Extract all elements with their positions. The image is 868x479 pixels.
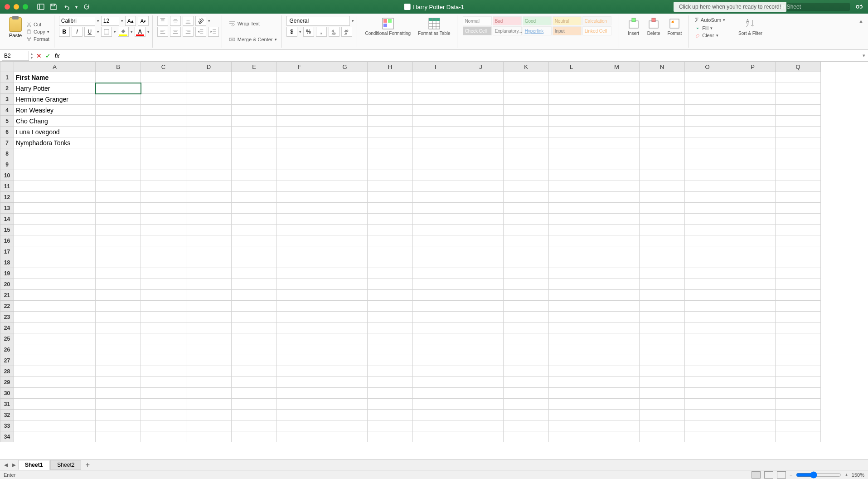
cell-F3[interactable]	[277, 94, 322, 105]
cell-J9[interactable]	[458, 159, 504, 170]
sheet-tab-sheet1[interactable]: Sheet1	[18, 460, 49, 470]
cell-I30[interactable]	[413, 388, 458, 399]
cell-I34[interactable]	[413, 431, 458, 442]
cell-O14[interactable]	[685, 214, 730, 225]
cell-D26[interactable]	[186, 344, 232, 355]
cell-I11[interactable]	[413, 181, 458, 192]
cell-C1[interactable]	[141, 72, 186, 83]
cell-F2[interactable]	[277, 83, 322, 94]
cell-B22[interactable]	[96, 301, 141, 312]
cell-J23[interactable]	[458, 312, 504, 323]
row-header-10[interactable]: 10	[0, 170, 14, 181]
cell-F19[interactable]	[277, 268, 322, 279]
cell-E16[interactable]	[232, 235, 277, 246]
style-hyperlink[interactable]: Hyperlink	[523, 26, 552, 35]
cell-B5[interactable]	[96, 116, 141, 127]
cell-B31[interactable]	[96, 399, 141, 410]
cell-L21[interactable]	[549, 290, 594, 301]
cell-Q27[interactable]	[776, 355, 821, 366]
cell-L34[interactable]	[549, 431, 594, 442]
cell-J34[interactable]	[458, 431, 504, 442]
zoom-slider[interactable]	[796, 471, 841, 479]
increase-decimal-button[interactable]: .0.00	[329, 27, 339, 37]
cell-M29[interactable]	[594, 377, 640, 388]
cell-I26[interactable]	[413, 344, 458, 355]
cell-F5[interactable]	[277, 116, 322, 127]
cell-E25[interactable]	[232, 333, 277, 344]
cell-G11[interactable]	[322, 181, 368, 192]
undo-dropdown-icon[interactable]: ▾	[75, 5, 78, 10]
cell-M33[interactable]	[594, 420, 640, 431]
cell-C3[interactable]	[141, 94, 186, 105]
cell-M11[interactable]	[594, 181, 640, 192]
cell-C28[interactable]	[141, 366, 186, 377]
cell-P11[interactable]	[730, 181, 776, 192]
cell-N1[interactable]	[640, 72, 685, 83]
cell-A34[interactable]	[14, 431, 96, 442]
cell-L5[interactable]	[549, 116, 594, 127]
cell-J7[interactable]	[458, 137, 504, 148]
cell-M18[interactable]	[594, 257, 640, 268]
cell-I21[interactable]	[413, 290, 458, 301]
cell-F34[interactable]	[277, 431, 322, 442]
cell-Q34[interactable]	[776, 431, 821, 442]
cell-C20[interactable]	[141, 279, 186, 290]
cell-Q25[interactable]	[776, 333, 821, 344]
cell-J22[interactable]	[458, 301, 504, 312]
cell-M1[interactable]	[594, 72, 640, 83]
cell-G28[interactable]	[322, 366, 368, 377]
cell-C18[interactable]	[141, 257, 186, 268]
row-header-26[interactable]: 26	[0, 344, 14, 355]
cell-F30[interactable]	[277, 388, 322, 399]
cell-G20[interactable]	[322, 279, 368, 290]
cell-M19[interactable]	[594, 268, 640, 279]
row-header-12[interactable]: 12	[0, 192, 14, 203]
cell-F1[interactable]	[277, 72, 322, 83]
cell-E28[interactable]	[232, 366, 277, 377]
row-header-18[interactable]: 18	[0, 257, 14, 268]
cell-A28[interactable]	[14, 366, 96, 377]
row-header-11[interactable]: 11	[0, 181, 14, 192]
cell-N3[interactable]	[640, 94, 685, 105]
cell-N5[interactable]	[640, 116, 685, 127]
decrease-indent-button[interactable]	[195, 27, 206, 37]
column-header-E[interactable]: E	[232, 62, 277, 72]
format-painter-button[interactable]: Format	[24, 35, 51, 43]
cell-P24[interactable]	[730, 323, 776, 333]
cell-K19[interactable]	[504, 268, 549, 279]
cell-A15[interactable]	[14, 225, 96, 235]
row-header-4[interactable]: 4	[0, 105, 14, 116]
cell-C9[interactable]	[141, 159, 186, 170]
cell-I13[interactable]	[413, 203, 458, 214]
cell-M4[interactable]	[594, 105, 640, 116]
cell-A29[interactable]	[14, 377, 96, 388]
cell-J11[interactable]	[458, 181, 504, 192]
cell-C33[interactable]	[141, 420, 186, 431]
cell-L26[interactable]	[549, 344, 594, 355]
cell-K9[interactable]	[504, 159, 549, 170]
cell-E34[interactable]	[232, 431, 277, 442]
cell-A27[interactable]	[14, 355, 96, 366]
cell-H1[interactable]	[368, 72, 413, 83]
cell-K21[interactable]	[504, 290, 549, 301]
cell-Q17[interactable]	[776, 246, 821, 257]
cell-L32[interactable]	[549, 410, 594, 420]
cell-J16[interactable]	[458, 235, 504, 246]
cell-I19[interactable]	[413, 268, 458, 279]
cell-L31[interactable]	[549, 399, 594, 410]
cell-C19[interactable]	[141, 268, 186, 279]
cell-H23[interactable]	[368, 312, 413, 323]
cell-B16[interactable]	[96, 235, 141, 246]
cell-A24[interactable]	[14, 323, 96, 333]
cell-C11[interactable]	[141, 181, 186, 192]
cell-P1[interactable]	[730, 72, 776, 83]
cell-H25[interactable]	[368, 333, 413, 344]
cell-N13[interactable]	[640, 203, 685, 214]
cell-O2[interactable]	[685, 83, 730, 94]
style-explanatory[interactable]: Explanatory...	[493, 26, 522, 35]
cell-J27[interactable]	[458, 355, 504, 366]
cell-N11[interactable]	[640, 181, 685, 192]
cell-Q13[interactable]	[776, 203, 821, 214]
cell-D27[interactable]	[186, 355, 232, 366]
cell-O1[interactable]	[685, 72, 730, 83]
